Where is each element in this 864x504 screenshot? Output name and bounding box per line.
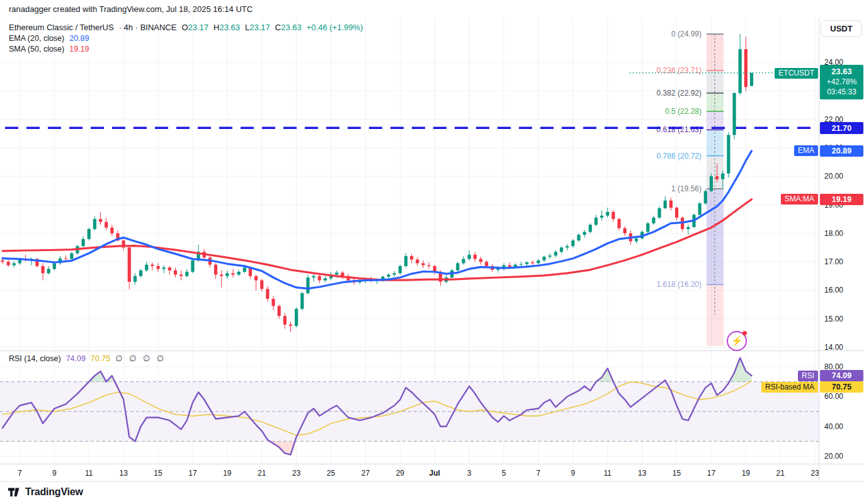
symbol-legend-row[interactable]: Ethereum Classic / TetherUS · 4h · BINAN…: [9, 23, 363, 32]
close-value: 23.63: [281, 23, 302, 32]
rsi-tag: RSI: [798, 371, 818, 381]
fib-level-label: 0.618 (21.63): [657, 125, 702, 134]
fib-level-label: 0.786 (20.72): [657, 152, 702, 160]
lightning-icon: ⚡: [731, 335, 743, 347]
symbol-meta: · 4h · BINANCE: [119, 23, 177, 32]
tradingview-logo-text: TradingView: [25, 486, 83, 498]
currency-unit-button[interactable]: USDT: [821, 20, 862, 37]
notification-dot: [742, 331, 747, 335]
ema-legend-row[interactable]: EMA (20, close) 20.89: [9, 34, 89, 43]
ema-value: 20.89: [69, 34, 89, 43]
rsi-ma-value: 70.75: [91, 354, 110, 363]
close-label: C: [275, 23, 281, 32]
sma-legend-row[interactable]: SMA (50, close) 19.19: [9, 45, 89, 53]
rsi-value-badge: 74.09: [820, 370, 863, 381]
rsi-label: RSI (14, close): [9, 354, 61, 363]
horizontal-line-badge: 21.70: [820, 122, 863, 134]
price-gridlines: [0, 62, 819, 347]
rsi-legend-row[interactable]: RSI (14, close) 74.09 70.75 ∅ ∅ ∅ ∅: [9, 354, 164, 363]
change-percent: +42.78%: [827, 77, 857, 87]
flash-marker-button[interactable]: ⚡: [727, 331, 747, 351]
ema20-line[interactable]: [3, 151, 752, 289]
fib-retracement[interactable]: 0 (24.99)0.236 (23.71)0.382 (22.92)0.5 (…: [657, 30, 724, 346]
open-label: O: [181, 23, 188, 32]
symbol-price-tag: ETCUSDT: [775, 68, 818, 79]
sma-value: 19.19: [69, 45, 89, 53]
rsi-empty-slots: ∅ ∅ ∅ ∅: [115, 354, 164, 363]
fib-level-label: 0.382 (22.92): [657, 89, 702, 98]
tradingview-snapshot: 0 (24.99)0.236 (23.71)0.382 (22.92)0.5 (…: [0, 0, 864, 504]
sma-tag: SMA:MA: [781, 194, 818, 204]
bar-countdown: 03:45:33: [827, 87, 856, 98]
attribution-text: ranadagger created with TradingView.com,…: [9, 4, 253, 14]
sma-label: SMA (50, close): [9, 45, 64, 53]
fib-level-label: 1 (19.56): [671, 184, 702, 193]
ema-label: EMA (20, close): [9, 34, 64, 43]
fib-level-label: 0.236 (23.71): [657, 66, 702, 75]
low-value: 23.17: [249, 23, 270, 32]
rsi-ma-value-badge: 70.75: [820, 381, 863, 393]
candlestick-series: [1, 34, 753, 332]
ema-value-badge: 20.89: [820, 145, 863, 157]
fib-level-label: 1.618 (16.20): [657, 280, 702, 289]
rsi-value: 74.09: [66, 354, 86, 363]
time-axis[interactable]: [0, 464, 819, 481]
last-price-badge: 23.63 +42.78% 03:45:33: [820, 65, 863, 99]
symbol-title: Ethereum Classic / TetherUS: [9, 23, 114, 32]
sma-value-badge: 19.19: [820, 194, 863, 205]
tradingview-logo-icon: [8, 487, 21, 498]
fib-level-label: 0 (24.99): [671, 30, 702, 38]
last-price: 23.63: [831, 67, 852, 77]
fib-level-label: 0.5 (22.28): [665, 107, 702, 116]
footer-bar: TradingView: [0, 481, 864, 504]
open-value: 23.17: [188, 23, 209, 32]
change-value: +0.46 (+1.99%): [307, 23, 363, 32]
high-value: 23.63: [219, 23, 240, 32]
rsi-ma-tag: RSI-based MA: [761, 382, 818, 393]
price-chart-canvas: 0 (24.99)0.236 (23.71)0.382 (22.92)0.5 (…: [0, 0, 864, 504]
ema-tag: EMA: [794, 145, 818, 156]
rsi-threshold-fill: [729, 358, 751, 382]
tradingview-logo[interactable]: TradingView: [8, 486, 83, 498]
